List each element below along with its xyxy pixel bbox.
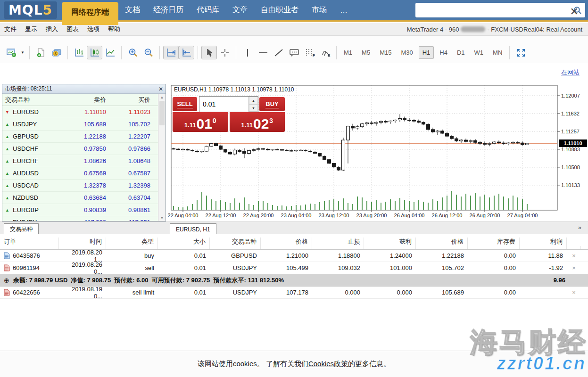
buy-button[interactable]: BUY (259, 97, 285, 111)
market-watch-row-USDJPY[interactable]: ▲USDJPY105.689105.702 (2, 118, 158, 131)
tabs-overflow-icon[interactable]: » (578, 224, 581, 231)
market-watch-row-EURUSD[interactable]: ▼EURUSD1.110101.11023 (2, 106, 158, 118)
buy-price-sup: 3 (269, 117, 273, 124)
nav-tab-…[interactable]: … (333, 1, 354, 19)
market-watch-row-AUDUSD[interactable]: ▲AUDUSD0.675690.67587 (2, 167, 158, 180)
zoom-out-button[interactable] (141, 46, 156, 59)
orders-col-2[interactable]: 类型 (106, 238, 158, 249)
trade-prices: 1.11 01 0 1.11 02 3 (173, 112, 285, 132)
cycles-button[interactable]: E (317, 46, 333, 59)
cursor-button[interactable] (201, 46, 217, 59)
horizontal-line-button[interactable] (255, 46, 271, 59)
orders-col-1[interactable]: 时间 (59, 238, 106, 249)
text-label-button[interactable] (286, 46, 302, 59)
crosshair-button[interactable] (217, 46, 232, 59)
market-watch-row-GBPUSD[interactable]: ▲GBPUSD1.221881.22207 (2, 131, 158, 143)
status-suffix: - FXCM-USDReal04: Real Account (487, 26, 582, 33)
cookie-close-icon[interactable]: ✕ (570, 6, 579, 18)
buy-price-panel[interactable]: 1.11 02 3 (230, 112, 285, 132)
scroll-up-icon[interactable]: ▲ (158, 95, 166, 99)
line-chart-button[interactable] (102, 46, 118, 59)
search-input[interactable] (415, 4, 573, 16)
one-click-trade-widget: SELL ▲ ▼ BUY 1.11 01 0 1.11 02 3 (173, 96, 285, 132)
nav-tab-自由职业者[interactable]: 自由职业者 (254, 0, 305, 20)
scrollbar-thumb[interactable] (159, 101, 165, 125)
new-order-button[interactable] (33, 46, 49, 59)
order-row-60961194[interactable]: 609611942019.08.26 0...sell0.01USDJPY105… (0, 262, 588, 274)
mql5-logo[interactable]: MQL5 (4, 1, 57, 19)
order-close-icon[interactable]: × (567, 289, 581, 296)
candle-chart-button[interactable] (87, 46, 102, 59)
sell-price-panel[interactable]: 1.11 01 0 (173, 112, 228, 132)
volume-down-icon[interactable]: ▼ (249, 104, 258, 112)
col-bid[interactable]: 卖价 (65, 96, 110, 104)
svg-text:F: F (313, 53, 315, 57)
tab-chart-eurusd-h1[interactable]: EURUSD, H1 (170, 223, 216, 235)
nav-tab-文章[interactable]: 文章 (226, 0, 254, 20)
col-symbol[interactable]: 交易品种 (5, 96, 65, 104)
orders-col-5[interactable]: 价格 (261, 238, 312, 249)
sell-button[interactable]: SELL (173, 97, 197, 111)
account-number-redacted (461, 26, 485, 32)
volume-input[interactable] (199, 97, 248, 112)
onsite-link[interactable]: 在网站 (561, 68, 580, 77)
trendline-button[interactable] (271, 46, 286, 59)
market-watch-row-USDCHF[interactable]: ▲USDCHF0.978500.97866 (2, 143, 158, 155)
orders-col-8[interactable]: 价格 (416, 238, 468, 249)
orders-col-7[interactable]: 获利 (364, 238, 416, 249)
auto-scroll-button[interactable] (163, 46, 179, 59)
menu-显示[interactable]: 显示 (21, 23, 41, 35)
market-watch-row-EURJPY[interactable]: ▲EURJPY117.938117.951 (2, 216, 158, 221)
order-close-icon[interactable]: × (567, 264, 581, 271)
timeframe-M15[interactable]: M15 (376, 46, 395, 59)
timeframe-MN[interactable]: MN (489, 46, 506, 59)
fibonacci-button[interactable]: F (302, 46, 317, 59)
timeframe-M30[interactable]: M30 (397, 46, 416, 59)
orders-col-6[interactable]: 止损 (312, 238, 364, 249)
order-row-60422656[interactable]: 604226562019.08.19 0...sell limit0.01USD… (0, 287, 588, 299)
order-close-icon[interactable]: × (567, 252, 581, 259)
nav-tab-代码库[interactable]: 代码库 (190, 0, 226, 20)
nav-tabs: 网络程序端文档经济日历代码库文章自由职业者市场… (62, 0, 354, 20)
nav-tab-网络程序端[interactable]: 网络程序端 (62, 2, 118, 25)
zoom-in-button[interactable] (125, 46, 141, 59)
nav-tab-文档[interactable]: 文档 (118, 0, 147, 20)
col-ask[interactable]: 买价 (110, 96, 154, 104)
market-watch-row-EURGBP[interactable]: ▲EURGBP0.908390.90861 (2, 204, 158, 216)
cookie-policy-link[interactable]: Cookies政策 (308, 360, 348, 368)
orders-col-9[interactable]: 库存费 (468, 238, 520, 249)
timeframe-W1[interactable]: W1 (471, 46, 488, 59)
timeframe-M5[interactable]: M5 (358, 46, 374, 59)
vertical-line-button[interactable] (240, 46, 255, 59)
ask-price: 0.97866 (110, 145, 154, 152)
expand-icon[interactable]: ⊕ (4, 277, 9, 284)
nav-tab-经济日历[interactable]: 经济日历 (147, 0, 190, 20)
menu-插入[interactable]: 插入 (41, 23, 62, 35)
market-watch-scrollbar[interactable]: ▲ ▼ (158, 94, 166, 221)
timeframe-H1[interactable]: H1 (419, 46, 434, 59)
chart-shift-button[interactable] (179, 46, 194, 59)
timeframe-M1[interactable]: M1 (340, 46, 356, 59)
orders-col-3[interactable]: 大小 (158, 238, 210, 249)
market-watch-close-icon[interactable]: ✕ (158, 86, 163, 92)
accounts-button[interactable]: $ (49, 46, 64, 59)
new-chart-caret[interactable]: ▼ (19, 46, 26, 59)
tab-market-watch[interactable]: 交易品种 (4, 223, 39, 235)
orders-col-0[interactable]: 订单 (0, 238, 59, 249)
timeframe-D1[interactable]: D1 (453, 46, 469, 59)
order-row-60435876[interactable]: 604358762019.08.20 1...buy0.01GBPUSD1.21… (0, 250, 588, 262)
orders-col-10[interactable]: 利润 (520, 238, 567, 249)
nav-tab-市场[interactable]: 市场 (305, 0, 333, 20)
order-sl: 1.18800 (312, 252, 364, 259)
market-watch-row-NZDUSD[interactable]: ▲NZDUSD0.636840.63704 (2, 192, 158, 204)
scroll-down-icon[interactable]: ▼ (158, 216, 166, 220)
market-watch-row-EURCHF[interactable]: ▲EURCHF1.086261.08648 (2, 155, 158, 167)
volume-up-icon[interactable]: ▲ (249, 97, 258, 104)
new-chart-button[interactable] (4, 46, 19, 59)
timeframe-H4[interactable]: H4 (436, 46, 451, 59)
market-watch-row-USDCAD[interactable]: ▲USDCAD1.323781.32398 (2, 180, 158, 192)
orders-col-4[interactable]: 交易品种 (210, 238, 261, 249)
menu-文件[interactable]: 文件 (0, 23, 21, 35)
bar-chart-button[interactable] (71, 46, 87, 59)
fullscreen-button[interactable] (513, 46, 529, 59)
